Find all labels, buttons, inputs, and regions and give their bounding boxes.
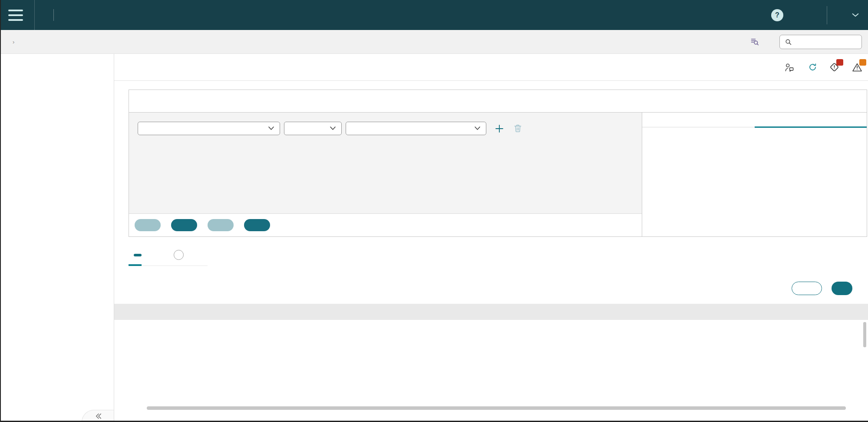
filter-conditions-area [129, 113, 642, 236]
refresh-icon[interactable] [808, 63, 817, 72]
user-menu-chevron-down-icon[interactable] [851, 10, 860, 20]
search-input[interactable] [796, 38, 848, 46]
delete-condition-trash-icon[interactable] [513, 124, 522, 133]
filter-value-dropdown[interactable] [346, 122, 486, 135]
breadcrumb-chevron-icon: › [13, 39, 14, 45]
save-as-button[interactable] [171, 219, 197, 231]
table-toolbar [114, 282, 852, 295]
table-header-row [114, 304, 868, 320]
chevron-down-icon [330, 126, 336, 130]
error-alerts-button[interactable] [829, 62, 840, 73]
brand-divider [53, 9, 54, 21]
sidebar-collapse-button[interactable] [82, 410, 114, 422]
delete-button[interactable] [208, 219, 234, 231]
export-button[interactable] [792, 282, 822, 295]
tab-single-session-os-machines[interactable] [129, 250, 142, 266]
hamburger-menu-icon[interactable] [0, 0, 35, 30]
clear-button[interactable] [244, 219, 270, 231]
multi-session-count-badge [174, 250, 184, 260]
saved-filters-panel [642, 113, 867, 236]
app-window: ? › [0, 0, 868, 422]
title-row [114, 54, 868, 81]
choose-columns-button[interactable] [832, 282, 852, 295]
chevron-down-icon [475, 126, 480, 130]
warning-count-badge [859, 59, 866, 66]
unified-search-icon [750, 37, 759, 47]
tab-saved-filters[interactable] [642, 113, 755, 127]
filter-field-dropdown[interactable] [138, 122, 280, 135]
default-filters-options [642, 127, 867, 147]
single-session-count-badge [134, 254, 142, 256]
search-icon [785, 38, 792, 46]
breadcrumb-bar: › [0, 30, 868, 54]
entity-radio-group [129, 90, 867, 113]
search-box[interactable] [779, 35, 862, 49]
sidebar [0, 54, 114, 422]
machines-table [114, 304, 868, 411]
filter-operator-dropdown[interactable] [284, 122, 342, 135]
brand-block [45, 9, 62, 21]
horizontal-scrollbar[interactable] [147, 406, 846, 410]
user-divider [827, 6, 827, 24]
feedback-person-icon[interactable] [784, 62, 795, 73]
os-tabs [129, 250, 208, 266]
filter-builder-panel [129, 90, 867, 237]
add-condition-icon[interactable] [495, 124, 504, 133]
warning-alerts-button[interactable] [851, 62, 863, 73]
filter-actions-row [129, 213, 642, 236]
try-unified-search-link[interactable] [750, 37, 763, 47]
tab-multi-session-os-machines[interactable] [168, 250, 184, 266]
save-button[interactable] [135, 219, 161, 231]
main-content [114, 54, 868, 422]
tab-default-filters[interactable] [755, 113, 867, 127]
top-bar: ? [0, 0, 868, 30]
help-icon[interactable]: ? [771, 9, 783, 21]
filter-condition-row [129, 113, 642, 135]
chevron-down-icon [268, 126, 274, 130]
vertical-scrollbar[interactable] [863, 322, 866, 347]
error-count-badge [836, 59, 843, 66]
